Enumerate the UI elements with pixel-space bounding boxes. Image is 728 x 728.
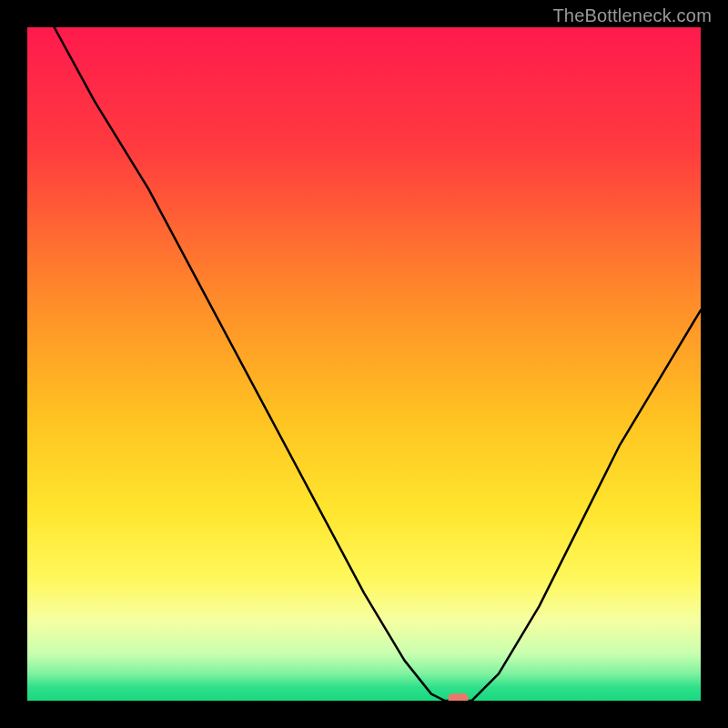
- gradient-background: [27, 27, 701, 701]
- chart-container: TheBottleneck.com: [0, 0, 728, 728]
- optimal-marker: [449, 693, 469, 701]
- attribution-text: TheBottleneck.com: [552, 5, 712, 26]
- plot-area: [27, 27, 701, 701]
